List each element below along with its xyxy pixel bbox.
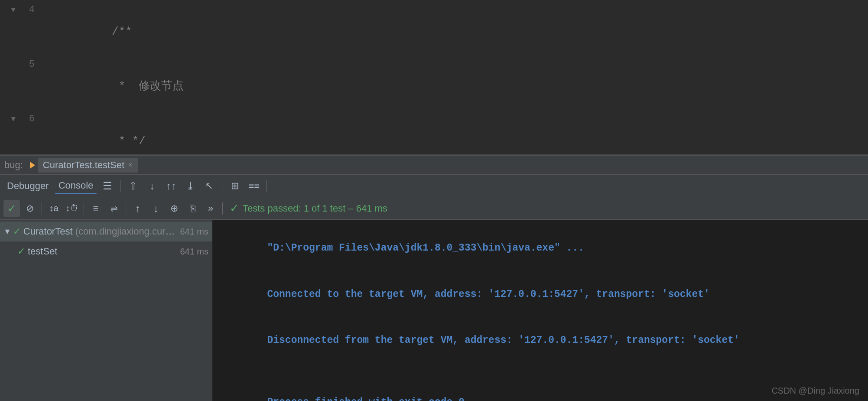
- grid-icon-button[interactable]: ≡≡: [246, 178, 262, 194]
- comment-span-5: * 修改节点: [85, 80, 184, 93]
- sort-alpha-button[interactable]: ↕a: [46, 200, 62, 217]
- force-run-button[interactable]: ↙: [201, 178, 218, 194]
- toolbar-sep-4: [42, 202, 42, 215]
- step-out-button[interactable]: ↑↑: [163, 178, 179, 194]
- code-editor: ▼ 4 /** 5 * 修改节点 ▼ 6 * */ 7: [0, 0, 868, 154]
- watermark: CSDN @Ding Jiaxiong: [771, 386, 859, 396]
- fold-icon-6[interactable]: ▼: [11, 115, 16, 124]
- debug-panel: bug: CuratorTest.testSet × Debugger Cons…: [0, 156, 868, 401]
- step-back-button[interactable]: ⤓: [182, 178, 198, 194]
- tree-root-label: CuratorTest (com.dingjiaxiong.curato...: [23, 226, 177, 237]
- tree-row-child[interactable]: ✓ testSet 641 ms: [0, 241, 212, 261]
- toolbar-sep-1: [120, 180, 120, 192]
- tree-root-check-icon: ✓: [13, 226, 21, 237]
- console-line-2: Connected to the target VM, address: '12…: [219, 271, 861, 318]
- test-tree-panel: ▼ ✓ CuratorTest (com.dingjiaxiong.curato…: [0, 220, 212, 401]
- menu-icon-button[interactable]: ☰: [99, 178, 116, 194]
- toolbar-sep-6: [126, 202, 126, 215]
- console-java-exe: "D:\Program Files\Java\jdk1.8.0_333\bin\…: [267, 242, 584, 254]
- toolbar-sep-2: [222, 180, 222, 192]
- console-process-finished: Process finished with exit code 0: [267, 397, 464, 401]
- toolbar-sep-3: [267, 180, 267, 192]
- console-line-5: Process finished with exit code 0: [219, 379, 861, 401]
- next-button[interactable]: ↓: [148, 200, 164, 217]
- passed-check-icon: ✓: [230, 202, 239, 215]
- line-number-6: 6: [17, 114, 35, 124]
- line-gutter-5: 5: [0, 59, 39, 70]
- tree-root-time: 641 ms: [180, 227, 208, 237]
- tree-root-package: (com.dingjiaxiong.curato...: [73, 226, 177, 237]
- line-content-5: * 修改节点: [39, 59, 868, 114]
- line-number-5: 5: [17, 59, 35, 70]
- step-over-button[interactable]: ⇧: [125, 178, 141, 194]
- tree-child-time: 641 ms: [180, 247, 208, 257]
- check-button[interactable]: ✓: [3, 200, 20, 217]
- line-number-4: 4: [17, 4, 35, 15]
- tree-root-name: CuratorTest: [23, 226, 73, 237]
- code-line-5: 5 * 修改节点: [0, 59, 868, 114]
- console-line-1: "D:\Program Files\Java\jdk1.8.0_333\bin\…: [219, 225, 861, 271]
- code-line-6: ▼ 6 * */: [0, 114, 868, 154]
- tree-row-root[interactable]: ▼ ✓ CuratorTest (com.dingjiaxiong.curato…: [0, 222, 212, 241]
- export-button[interactable]: ⎘: [184, 200, 201, 217]
- comment-span: /**: [85, 25, 132, 38]
- more-button[interactable]: »: [202, 200, 219, 217]
- comment-span-6: * */: [85, 134, 146, 147]
- align-right-button[interactable]: ⇌: [106, 200, 122, 217]
- console-disconnected: Disconnected from the target VM, address…: [267, 335, 739, 346]
- line-content-4: /**: [39, 4, 868, 59]
- console-line-4: [219, 364, 861, 380]
- active-tab-arrow-icon: [30, 162, 35, 169]
- line-gutter-4: ▼ 4: [0, 4, 39, 15]
- step-into-button[interactable]: ↓: [144, 178, 160, 194]
- tree-child-check-icon: ✓: [17, 246, 25, 257]
- tab-console-button[interactable]: Console: [55, 178, 97, 194]
- tab-close-button[interactable]: ×: [128, 160, 133, 170]
- toolbar-sep-5: [84, 202, 84, 215]
- tab-debugger-button[interactable]: Debugger: [3, 178, 52, 194]
- line-gutter-6: ▼ 6: [0, 114, 39, 124]
- prev-button[interactable]: ↑: [130, 200, 146, 217]
- fold-icon-4[interactable]: ▼: [11, 6, 16, 14]
- debug-main-content: ▼ ✓ CuratorTest (com.dingjiaxiong.curato…: [0, 220, 868, 401]
- console-connected: Connected to the target VM, address: '12…: [267, 289, 709, 300]
- table-icon-button[interactable]: ⊞: [227, 178, 243, 194]
- align-left-button[interactable]: ≡: [88, 200, 104, 217]
- tree-expand-arrow: ▼: [3, 227, 11, 236]
- console-line-3: Disconnected from the target VM, address…: [219, 318, 861, 364]
- test-passed-status: ✓ Tests passed: 1 of 1 test – 641 ms: [230, 202, 387, 215]
- debug-section-label: bug:: [4, 160, 23, 171]
- tab-item-curator-test[interactable]: CuratorTest.testSet ×: [38, 158, 138, 173]
- line-content-6: * */: [39, 114, 868, 154]
- code-line-4: ▼ 4 /**: [0, 4, 868, 59]
- toolbar-sep-7: [222, 202, 223, 215]
- console-output-panel: "D:\Program Files\Java\jdk1.8.0_333\bin\…: [212, 220, 868, 401]
- tab-item-label: CuratorTest.testSet: [43, 160, 124, 171]
- tree-child-label: testSet: [28, 246, 176, 257]
- passed-text: Tests passed: 1 of 1 test – 641 ms: [243, 203, 387, 214]
- search-button[interactable]: ⊕: [166, 200, 182, 217]
- test-toolbar: ✓ ⊘ ↕a ↕⏱ ≡ ⇌ ↑ ↓ ⊕ ⎘ » ✓ Tests passed: …: [0, 197, 868, 220]
- sort-time-button[interactable]: ↕⏱: [64, 200, 80, 217]
- stop-button[interactable]: ⊘: [22, 200, 38, 217]
- debug-tab-bar: bug: CuratorTest.testSet ×: [0, 156, 868, 175]
